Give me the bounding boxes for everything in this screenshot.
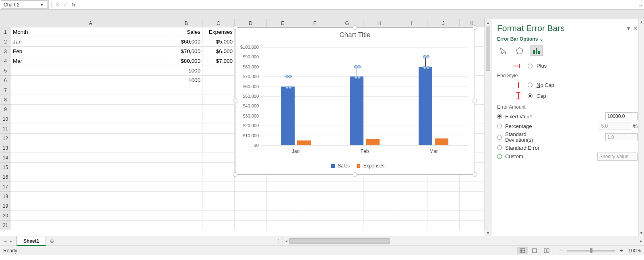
cell[interactable] — [202, 172, 235, 182]
cell[interactable] — [11, 85, 170, 95]
column-header[interactable]: G — [331, 19, 363, 27]
cell[interactable] — [11, 211, 170, 221]
cell[interactable] — [235, 201, 267, 211]
row-header[interactable]: 4 — [0, 56, 11, 66]
row-header[interactable]: 14 — [0, 153, 11, 163]
cell[interactable] — [170, 143, 202, 153]
add-sheet-icon[interactable]: ⊕ — [46, 236, 58, 246]
zoom-knob[interactable] — [590, 248, 592, 253]
cell[interactable] — [202, 85, 235, 95]
chart-bar[interactable] — [366, 139, 380, 145]
cell[interactable] — [331, 201, 363, 211]
cell[interactable] — [267, 211, 299, 221]
cell[interactable] — [299, 201, 331, 211]
horizontal-scrollbar[interactable]: ◂ ▸ — [283, 236, 644, 246]
cell[interactable] — [395, 192, 427, 201]
cell[interactable] — [202, 114, 235, 124]
row-header[interactable]: 3 — [0, 47, 11, 56]
cell[interactable] — [11, 134, 170, 143]
resize-handle[interactable] — [353, 25, 357, 30]
tab-prev-icon[interactable]: ◂ — [4, 238, 6, 244]
cell[interactable] — [202, 134, 235, 143]
cell[interactable] — [395, 201, 427, 211]
chart-bar[interactable] — [419, 67, 432, 145]
cell[interactable] — [202, 153, 235, 163]
pane-scrollbar[interactable]: ▲ ▼ — [638, 19, 644, 236]
chart-plot-area[interactable]: $0$10,000$20,000$30,000$40,000$50,000$60… — [261, 47, 468, 145]
page-layout-view-icon[interactable] — [529, 247, 540, 254]
cell[interactable] — [299, 221, 331, 230]
error-bar-selection-marker[interactable] — [289, 86, 292, 89]
zoom-value[interactable]: 100% — [628, 248, 641, 254]
cell[interactable] — [170, 134, 202, 143]
cell[interactable] — [170, 124, 202, 134]
chart-legend[interactable]: Sales Expenses — [235, 163, 475, 169]
cell[interactable] — [427, 182, 460, 192]
chart-bar[interactable] — [435, 138, 448, 145]
row-header[interactable]: 15 — [0, 163, 11, 172]
row-header[interactable]: 6 — [0, 76, 11, 85]
cell[interactable] — [299, 192, 331, 201]
cell[interactable] — [11, 172, 170, 182]
column-header[interactable]: A — [11, 19, 170, 27]
cap-radio[interactable] — [528, 93, 533, 98]
row-header[interactable]: 1 — [0, 27, 11, 37]
vertical-scrollbar[interactable]: ▲ ▼ — [485, 19, 491, 236]
sheet-tab[interactable]: Sheet1 — [17, 237, 46, 246]
cell[interactable] — [11, 163, 170, 172]
cell[interactable] — [427, 192, 460, 201]
bar-options-icon[interactable] — [531, 46, 542, 56]
resize-handle[interactable] — [233, 25, 237, 30]
cell[interactable] — [11, 182, 170, 192]
column-header[interactable]: B — [170, 19, 202, 27]
cell[interactable] — [363, 182, 396, 192]
cell[interactable] — [460, 211, 485, 221]
cell[interactable] — [235, 221, 267, 230]
cell[interactable] — [202, 143, 235, 153]
cell[interactable] — [363, 221, 396, 230]
cell[interactable] — [202, 66, 235, 76]
resize-handle[interactable] — [473, 172, 477, 177]
cell[interactable] — [170, 201, 202, 211]
percentage-field[interactable]: 5.0 — [599, 122, 631, 130]
cell[interactable] — [11, 192, 170, 201]
cell[interactable] — [235, 211, 267, 221]
cell[interactable] — [267, 201, 299, 211]
confirm-icon[interactable]: ✓ — [64, 2, 68, 8]
resize-handle[interactable] — [473, 99, 477, 103]
effects-icon[interactable] — [514, 46, 525, 56]
cell[interactable]: $80,000 — [170, 56, 202, 66]
formula-input[interactable] — [78, 0, 637, 9]
tab-navigation[interactable]: ◂ ▸ — [0, 236, 17, 246]
cell[interactable] — [11, 105, 170, 114]
cell[interactable]: $70,000 — [170, 47, 202, 56]
cell[interactable]: Month — [11, 27, 170, 37]
stddev-field[interactable]: 1.0 — [605, 133, 638, 141]
cell[interactable] — [11, 95, 170, 105]
cell[interactable] — [170, 114, 202, 124]
stddev-radio[interactable] — [497, 135, 502, 140]
column-header[interactable]: J — [427, 19, 460, 27]
cell[interactable] — [460, 192, 485, 201]
chevron-down-icon[interactable]: ⌄ — [539, 36, 543, 42]
cell[interactable] — [202, 182, 235, 192]
name-box-dropdown-icon[interactable]: ▾ — [39, 2, 45, 8]
cell[interactable] — [170, 85, 202, 95]
error-bar[interactable] — [288, 76, 288, 86]
row-header[interactable]: 13 — [0, 143, 11, 153]
page-break-view-icon[interactable] — [541, 247, 552, 254]
row-header[interactable]: 8 — [0, 95, 11, 105]
cell[interactable] — [170, 172, 202, 182]
cell[interactable] — [395, 211, 427, 221]
cell[interactable] — [395, 221, 427, 230]
error-bar-selection-marker[interactable] — [357, 65, 361, 68]
cell[interactable] — [235, 182, 267, 192]
cell[interactable] — [460, 201, 485, 211]
scroll-right-icon[interactable]: ▸ — [638, 239, 644, 243]
pane-options-label[interactable]: Error Bar Options — [497, 36, 538, 42]
worksheet[interactable]: ABCDEFGHIJK 1MonthSalesExpenses2Jan$60,0… — [0, 19, 485, 236]
normal-view-icon[interactable] — [517, 247, 528, 254]
embedded-chart[interactable]: Chart Title $0$10,000$20,000$30,000$40,0… — [235, 27, 475, 175]
scroll-up-icon[interactable]: ▲ — [485, 19, 491, 26]
row-header[interactable]: 18 — [0, 192, 11, 201]
